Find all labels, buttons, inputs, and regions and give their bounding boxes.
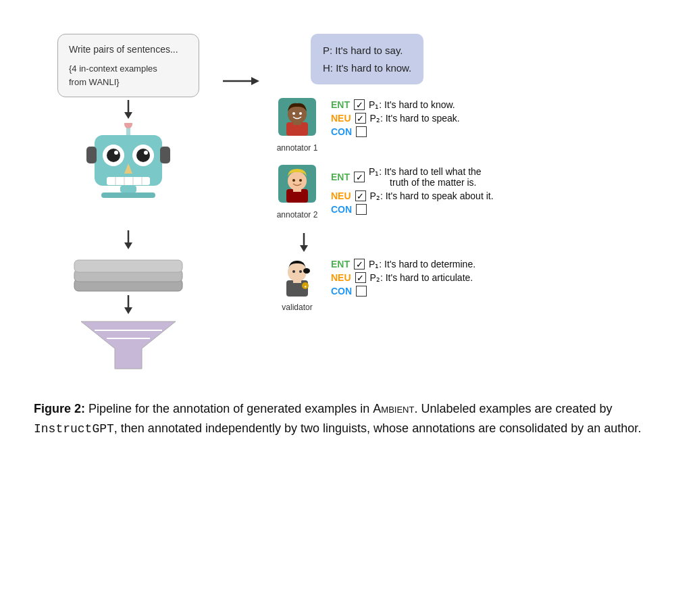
svg-point-52 — [299, 270, 302, 273]
svg-rect-14 — [107, 177, 150, 185]
svg-marker-27 — [124, 307, 132, 314]
validator-ent-text: P₁: It's hard to determine. — [369, 259, 475, 270]
annotator1-con-row: CON — [331, 126, 460, 137]
annotator2-figure: annotator 2 — [270, 163, 324, 220]
validator-neu-label: NEU — [331, 272, 351, 283]
validator-neu-row: NEU ✓ P₂: It's hard to articulate. — [331, 272, 475, 283]
annotator2-ent-checkbox: ✓ — [354, 172, 365, 182]
figure-caption: Figure 2: Pipeline for the annotation of… — [27, 399, 662, 439]
annotator1-ent-text: P₁: It's hard to know. — [369, 99, 455, 110]
annotator1-neu-checkbox: ✓ — [355, 113, 366, 124]
annotator1-neu-row: NEU ✓ P₂: It's hard to speak. — [331, 113, 460, 124]
annotator1-neu-label: NEU — [331, 113, 351, 124]
down-arrow-icon-4 — [297, 233, 311, 253]
annotator2-con-label: CON — [331, 204, 352, 215]
arrow-layers-to-funnel — [122, 295, 135, 315]
premise-text: P: It's hard to say. — [323, 42, 411, 59]
validator-neu-checkbox: ✓ — [355, 272, 366, 283]
annotator2-row: annotator 2 ENT ✓ P₁: It's hard to tell … — [270, 163, 494, 220]
robot-icon — [81, 123, 176, 228]
validator-ent-label: ENT — [331, 259, 350, 270]
svg-marker-46 — [300, 245, 308, 252]
validator-label: validator — [282, 303, 312, 312]
svg-marker-28 — [81, 322, 176, 369]
annotator2-neu-label: NEU — [331, 190, 351, 201]
annotator2-ent-text: P₁: It's hard to tell what the truth of … — [369, 166, 482, 188]
annotator2-con-checkbox — [356, 204, 367, 215]
down-arrow-icon-2 — [122, 230, 135, 251]
svg-point-37 — [292, 112, 295, 115]
svg-point-43 — [292, 179, 295, 182]
figure-container: Write pairs of sentences... {4 in-contex… — [27, 20, 670, 439]
svg-rect-5 — [86, 147, 97, 163]
annotator2-neu-text: P₂: It's hard to speak about it. — [370, 190, 494, 201]
svg-point-12 — [144, 151, 148, 155]
svg-rect-19 — [120, 186, 136, 192]
validator-neu-text: P₂: It's hard to articulate. — [370, 272, 473, 283]
diagram-area: Write pairs of sentences... {4 in-contex… — [27, 20, 670, 386]
annotator2-choices: ENT ✓ P₁: It's hard to tell what the tru… — [331, 163, 494, 215]
annotator1-choices: ENT ✓ P₁: It's hard to know. NEU ✓ P₂: I… — [331, 97, 460, 137]
svg-point-51 — [292, 270, 295, 273]
svg-point-42 — [288, 172, 307, 190]
svg-marker-32 — [251, 77, 259, 85]
svg-point-3 — [124, 123, 132, 128]
annotator2-label: annotator 2 — [277, 210, 318, 220]
arrow-robot-to-layers — [122, 230, 135, 251]
prompt-examples: {4 in-context examples from WANLI} — [69, 62, 188, 88]
ph-box: P: It's hard to say. H: It's hard to kno… — [311, 34, 423, 84]
validator-avatar: ★ — [277, 256, 317, 300]
horizontal-connector — [223, 34, 263, 91]
prompt-box: Write pairs of sentences... {4 in-contex… — [57, 34, 199, 97]
figure-label: Figure 2: — [34, 402, 85, 415]
validator-con-checkbox — [356, 286, 367, 297]
ambient-text: Ambient — [373, 402, 414, 415]
annotator1-con-label: CON — [331, 126, 352, 137]
svg-rect-6 — [160, 147, 170, 163]
svg-point-10 — [136, 149, 150, 162]
left-panel: Write pairs of sentences... {4 in-contex… — [34, 34, 223, 372]
annotator1-label: annotator 1 — [277, 143, 318, 153]
validator-ent-row: ENT ✓ P₁: It's hard to determine. — [331, 259, 475, 270]
validator-figure: ★ validator — [270, 256, 324, 312]
down-arrow-icon-3 — [122, 295, 135, 315]
instructgpt-text: InstructGPT — [34, 422, 114, 436]
validator-con-label: CON — [331, 286, 352, 297]
validator-choices: ENT ✓ P₁: It's hard to determine. NEU ✓ … — [331, 256, 475, 297]
svg-point-38 — [299, 112, 302, 115]
funnel-icon — [74, 318, 182, 372]
annotator2-ent-row: ENT ✓ P₁: It's hard to tell what the tru… — [331, 166, 494, 188]
svg-marker-1 — [124, 112, 132, 119]
svg-marker-22 — [124, 242, 132, 249]
validator-con-row: CON — [331, 286, 475, 297]
database-layers — [68, 253, 189, 292]
annotator1-row: annotator 1 ENT ✓ P₁: It's hard to know.… — [270, 97, 460, 153]
annotator1-ent-checkbox: ✓ — [354, 99, 365, 110]
down-arrow-icon — [122, 100, 135, 120]
annotator2-ent-label: ENT — [331, 172, 350, 182]
robot — [81, 123, 176, 228]
validator-row: ★ validator ENT ✓ P₁: It's hard to deter… — [270, 256, 475, 312]
svg-point-50 — [303, 268, 310, 274]
svg-point-11 — [114, 151, 118, 155]
right-arrow-icon — [223, 71, 263, 91]
arrow-annotator2-to-validator — [297, 233, 311, 253]
svg-point-9 — [107, 149, 120, 162]
annotator1-avatar — [277, 97, 317, 140]
annotator2-avatar — [277, 163, 317, 207]
arrow-prompt-to-robot — [122, 100, 135, 120]
annotator1-figure: annotator 1 — [270, 97, 324, 153]
prompt-line1: Write pairs of sentences... — [69, 43, 188, 57]
svg-rect-25 — [74, 260, 182, 272]
svg-rect-20 — [101, 192, 155, 198]
annotator2-con-row: CON — [331, 204, 494, 215]
annotator2-neu-row: NEU ✓ P₂: It's hard to speak about it. — [331, 190, 494, 201]
annotator1-neu-text: P₂: It's hard to speak. — [370, 113, 460, 124]
annotator1-con-checkbox — [356, 126, 367, 137]
annotator1-ent-label: ENT — [331, 99, 350, 110]
annotator1-ent-row: ENT ✓ P₁: It's hard to know. — [331, 99, 460, 110]
layers-icon — [68, 253, 189, 292]
right-panel: P: It's hard to say. H: It's hard to kno… — [263, 34, 663, 323]
validator-ent-checkbox: ✓ — [354, 259, 365, 270]
annotator2-neu-checkbox: ✓ — [355, 190, 366, 201]
